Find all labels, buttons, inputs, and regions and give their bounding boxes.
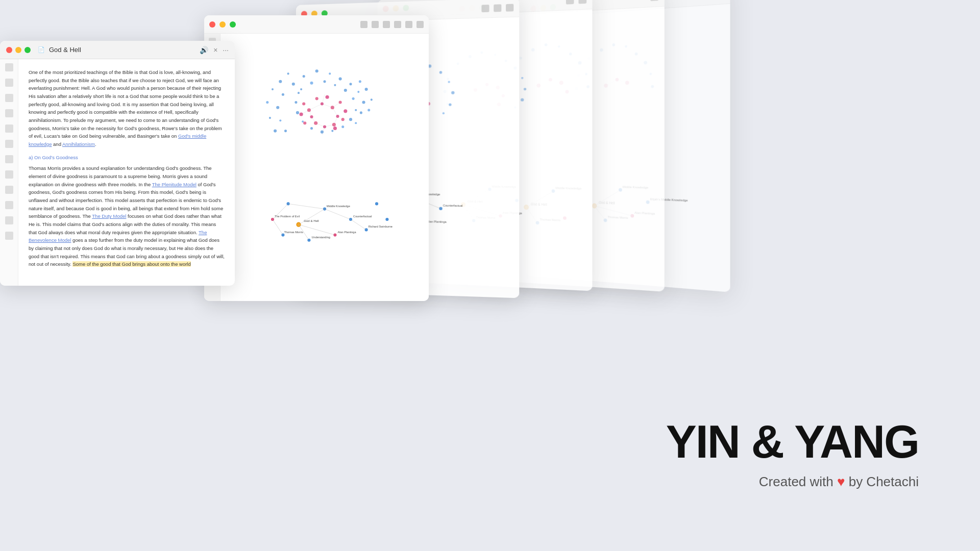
svg-point-32 bbox=[266, 101, 268, 104]
svg-line-59 bbox=[322, 104, 332, 108]
graph-tool-3[interactable] bbox=[383, 21, 390, 28]
svg-point-104 bbox=[448, 81, 450, 83]
svg-line-63 bbox=[316, 123, 325, 127]
svg-line-67 bbox=[332, 103, 340, 108]
graph3-tool-2[interactable] bbox=[578, 0, 586, 4]
sidebar-nav-3[interactable] bbox=[5, 94, 13, 102]
graph2-tool-2[interactable] bbox=[494, 4, 501, 12]
text-window-titlebar: 📄 God & Hell 🔊 × ··· bbox=[0, 41, 235, 59]
svg-point-78 bbox=[281, 234, 284, 237]
svg-point-33 bbox=[269, 117, 271, 119]
sidebar-nav-6[interactable] bbox=[5, 140, 13, 148]
sidebar-nav-12[interactable] bbox=[5, 232, 13, 240]
svg-point-54 bbox=[333, 127, 337, 130]
graph-tool-4[interactable] bbox=[394, 21, 401, 28]
sidebar-nav-4[interactable] bbox=[5, 109, 13, 117]
graph-canvas-main[interactable]: God & Hell Middle Knowledge The Problem … bbox=[220, 34, 429, 301]
svg-point-39 bbox=[287, 72, 289, 74]
sidebar-nav-7[interactable] bbox=[5, 155, 13, 163]
text-window-controls: 🔊 × ··· bbox=[200, 46, 229, 54]
graph2-tool-3[interactable] bbox=[506, 4, 513, 11]
text-window-body: One of the most prioritized teachings of… bbox=[0, 59, 235, 286]
svg-line-64 bbox=[312, 117, 316, 123]
svg-point-38 bbox=[359, 80, 361, 83]
sidebar-nav-9[interactable] bbox=[5, 186, 13, 194]
section-heading-gods-goodness: a) On God's Goodness bbox=[29, 154, 225, 162]
svg-point-4 bbox=[329, 72, 331, 74]
link-duty-model[interactable]: The Duty Model bbox=[92, 213, 126, 219]
graph-close-dot[interactable] bbox=[209, 21, 215, 28]
graph-minimize-dot[interactable] bbox=[219, 21, 226, 28]
svg-point-17 bbox=[323, 80, 326, 83]
graph-tool-6[interactable] bbox=[416, 21, 424, 28]
svg-point-13 bbox=[279, 119, 281, 121]
more-icon[interactable]: ··· bbox=[223, 46, 229, 54]
svg-point-107 bbox=[443, 112, 445, 114]
graph-tool-2[interactable] bbox=[372, 21, 379, 28]
sidebar-nav-2[interactable] bbox=[5, 79, 13, 87]
svg-text:The Problem of Evil: The Problem of Evil bbox=[275, 215, 300, 218]
svg-point-12 bbox=[276, 106, 279, 109]
svg-line-68 bbox=[301, 110, 309, 114]
svg-point-18 bbox=[334, 84, 336, 86]
svg-point-26 bbox=[310, 127, 313, 130]
svg-point-19 bbox=[344, 89, 347, 92]
svg-point-20 bbox=[352, 97, 355, 100]
sidebar-nav-8[interactable] bbox=[5, 170, 13, 179]
graph-toolbar-main bbox=[204, 15, 429, 34]
svg-point-52 bbox=[344, 109, 347, 113]
maximize-dot[interactable] bbox=[24, 47, 31, 53]
sidebar-nav-10[interactable] bbox=[5, 201, 13, 209]
graph3-tool-1[interactable] bbox=[566, 0, 574, 4]
text-reader-window: 📄 God & Hell 🔊 × ··· One of the most pri… bbox=[0, 41, 235, 286]
svg-point-22 bbox=[349, 118, 352, 121]
svg-point-10 bbox=[355, 122, 357, 124]
svg-point-29 bbox=[295, 101, 297, 104]
branding-area: YIN & YANG Created with ♥ by Chetachi bbox=[666, 419, 919, 490]
svg-point-50 bbox=[326, 95, 329, 99]
graph-tool-5[interactable] bbox=[405, 21, 412, 28]
svg-text:Counterfactual: Counterfactual bbox=[443, 204, 463, 207]
minimize-dot[interactable] bbox=[15, 47, 21, 53]
svg-point-105 bbox=[451, 91, 455, 94]
svg-point-35 bbox=[368, 109, 370, 111]
svg-point-40 bbox=[279, 80, 282, 83]
svg-point-73 bbox=[333, 234, 336, 237]
highlighted-text: Some of the good that God brings about o… bbox=[72, 261, 190, 267]
link-plenitude-model[interactable]: The Plenitude Model bbox=[152, 182, 197, 187]
svg-point-7 bbox=[357, 91, 359, 93]
svg-line-83 bbox=[299, 224, 335, 235]
graph4-tool-1[interactable] bbox=[650, 0, 658, 1]
link-middle-knowledge[interactable]: God's middle knowledge bbox=[29, 133, 206, 147]
svg-text:Middle Knowledge: Middle Knowledge bbox=[327, 205, 350, 208]
svg-point-103 bbox=[439, 71, 442, 73]
blue-nodes bbox=[266, 69, 373, 183]
sidebar-nav-1[interactable] bbox=[5, 63, 13, 71]
sidebar-nav-11[interactable] bbox=[5, 216, 13, 224]
close-icon[interactable]: × bbox=[213, 46, 217, 54]
svg-point-72 bbox=[307, 239, 310, 242]
created-with-text: Created with bbox=[759, 474, 834, 489]
graph2-tool-1[interactable] bbox=[481, 5, 489, 12]
svg-line-61 bbox=[334, 116, 337, 124]
svg-point-142 bbox=[524, 88, 526, 90]
close-dot[interactable] bbox=[6, 47, 12, 53]
graph-maximize-dot[interactable] bbox=[230, 21, 236, 28]
knowledge-map: God & Hell Middle Knowledge The Problem … bbox=[271, 202, 393, 242]
link-benevolence-model[interactable]: The Benevolence Model bbox=[29, 230, 207, 243]
graph-tool-1[interactable] bbox=[360, 21, 368, 28]
pink-nodes bbox=[300, 95, 348, 130]
svg-text:Alan Plantinga: Alan Plantinga bbox=[427, 220, 447, 223]
svg-point-56 bbox=[300, 112, 303, 116]
svg-point-8 bbox=[362, 101, 365, 104]
heart-icon: ♥ bbox=[837, 474, 849, 489]
text-window-header: 📄 God & Hell bbox=[6, 46, 197, 54]
speaker-icon[interactable]: 🔊 bbox=[200, 46, 208, 54]
text-sidebar bbox=[0, 59, 18, 286]
svg-point-23 bbox=[341, 126, 344, 128]
sidebar-nav-5[interactable] bbox=[5, 124, 13, 133]
text-paragraph-1: One of the most prioritized teachings of… bbox=[29, 68, 225, 148]
svg-text:Thomas Morris: Thomas Morris bbox=[284, 231, 303, 234]
link-annihilationism[interactable]: Annihilationism bbox=[62, 141, 95, 147]
author-byline: by Chetachi bbox=[849, 474, 919, 489]
